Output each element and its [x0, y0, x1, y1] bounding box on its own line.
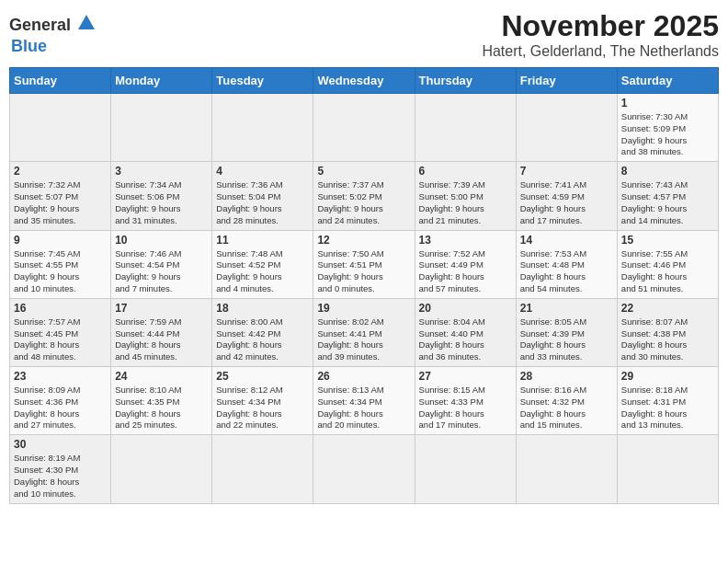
day-info: Sunrise: 8:19 AM Sunset: 4:30 PM Dayligh… — [14, 453, 107, 500]
calendar-header: SundayMondayTuesdayWednesdayThursdayFrid… — [10, 68, 719, 94]
svg-marker-0 — [78, 15, 95, 29]
calendar-day-cell: 22Sunrise: 8:07 AM Sunset: 4:38 PM Dayli… — [617, 298, 718, 366]
calendar-day-cell: 18Sunrise: 8:00 AM Sunset: 4:42 PM Dayli… — [212, 298, 313, 366]
calendar-day-cell: 16Sunrise: 7:57 AM Sunset: 4:45 PM Dayli… — [10, 298, 111, 366]
day-number: 30 — [14, 438, 107, 451]
weekday-header: Wednesday — [313, 68, 415, 94]
calendar-day-cell: 11Sunrise: 7:48 AM Sunset: 4:52 PM Dayli… — [212, 230, 313, 298]
day-number: 16 — [14, 302, 107, 315]
calendar-day-cell: 17Sunrise: 7:59 AM Sunset: 4:44 PM Dayli… — [111, 298, 212, 366]
calendar-week-row: 16Sunrise: 7:57 AM Sunset: 4:45 PM Dayli… — [10, 298, 719, 366]
day-number: 26 — [317, 370, 410, 383]
header: General Blue November 2025 Hatert, Gelde… — [9, 9, 719, 60]
day-info: Sunrise: 8:02 AM Sunset: 4:41 PM Dayligh… — [317, 316, 410, 363]
calendar-body: 1Sunrise: 7:30 AM Sunset: 5:09 PM Daylig… — [10, 94, 719, 504]
day-number: 13 — [419, 234, 512, 247]
day-info: Sunrise: 8:10 AM Sunset: 4:35 PM Dayligh… — [115, 385, 208, 431]
day-number: 19 — [317, 302, 410, 315]
day-number: 5 — [317, 165, 410, 178]
day-number: 29 — [621, 370, 714, 383]
day-number: 11 — [216, 234, 309, 247]
weekday-header: Monday — [111, 68, 212, 94]
calendar-day-cell — [111, 94, 212, 162]
calendar-day-cell — [212, 94, 313, 162]
day-number: 3 — [115, 165, 208, 178]
calendar-day-cell: 15Sunrise: 7:55 AM Sunset: 4:46 PM Dayli… — [617, 230, 718, 298]
day-number: 7 — [520, 165, 613, 178]
day-info: Sunrise: 8:18 AM Sunset: 4:31 PM Dayligh… — [621, 385, 714, 431]
day-info: Sunrise: 8:13 AM Sunset: 4:34 PM Dayligh… — [317, 385, 410, 431]
calendar-day-cell: 19Sunrise: 8:02 AM Sunset: 4:41 PM Dayli… — [313, 298, 415, 366]
day-number: 17 — [115, 302, 208, 315]
calendar-day-cell — [111, 435, 212, 503]
calendar-day-cell: 24Sunrise: 8:10 AM Sunset: 4:35 PM Dayli… — [111, 367, 212, 435]
day-info: Sunrise: 8:12 AM Sunset: 4:34 PM Dayligh… — [216, 385, 309, 431]
calendar-day-cell: 13Sunrise: 7:52 AM Sunset: 4:49 PM Dayli… — [415, 230, 516, 298]
day-number: 27 — [419, 370, 512, 383]
title-area: November 2025 Hatert, Gelderland, The Ne… — [482, 9, 719, 60]
day-info: Sunrise: 7:32 AM Sunset: 5:07 PM Dayligh… — [14, 179, 107, 226]
calendar-week-row: 1Sunrise: 7:30 AM Sunset: 5:09 PM Daylig… — [10, 94, 719, 162]
calendar-day-cell — [313, 94, 415, 162]
calendar-day-cell: 30Sunrise: 8:19 AM Sunset: 4:30 PM Dayli… — [10, 435, 111, 503]
day-info: Sunrise: 8:07 AM Sunset: 4:38 PM Dayligh… — [621, 316, 714, 363]
weekday-header: Tuesday — [212, 68, 313, 94]
calendar-day-cell: 21Sunrise: 8:05 AM Sunset: 4:39 PM Dayli… — [516, 298, 617, 366]
calendar-day-cell: 2Sunrise: 7:32 AM Sunset: 5:07 PM Daylig… — [10, 162, 111, 230]
day-info: Sunrise: 8:05 AM Sunset: 4:39 PM Dayligh… — [520, 316, 613, 363]
calendar-day-cell: 12Sunrise: 7:50 AM Sunset: 4:51 PM Dayli… — [313, 230, 415, 298]
weekday-row: SundayMondayTuesdayWednesdayThursdayFrid… — [10, 68, 719, 94]
calendar-day-cell — [10, 94, 111, 162]
calendar-day-cell — [516, 435, 617, 503]
calendar-day-cell — [516, 94, 617, 162]
calendar-day-cell: 29Sunrise: 8:18 AM Sunset: 4:31 PM Dayli… — [617, 367, 718, 435]
calendar-day-cell — [617, 435, 718, 503]
calendar-day-cell: 20Sunrise: 8:04 AM Sunset: 4:40 PM Dayli… — [415, 298, 516, 366]
day-number: 8 — [621, 165, 714, 178]
day-number: 21 — [520, 302, 613, 315]
calendar-day-cell: 10Sunrise: 7:46 AM Sunset: 4:54 PM Dayli… — [111, 230, 212, 298]
day-number: 14 — [520, 234, 613, 247]
day-info: Sunrise: 7:30 AM Sunset: 5:09 PM Dayligh… — [621, 111, 714, 158]
calendar-day-cell: 4Sunrise: 7:36 AM Sunset: 5:04 PM Daylig… — [212, 162, 313, 230]
calendar-week-row: 30Sunrise: 8:19 AM Sunset: 4:30 PM Dayli… — [10, 435, 719, 503]
calendar-day-cell — [415, 435, 516, 503]
logo-blue: Blue — [11, 37, 47, 56]
day-number: 23 — [14, 370, 107, 383]
day-info: Sunrise: 8:16 AM Sunset: 4:32 PM Dayligh… — [520, 385, 613, 431]
calendar-day-cell: 8Sunrise: 7:43 AM Sunset: 4:57 PM Daylig… — [617, 162, 718, 230]
day-info: Sunrise: 7:39 AM Sunset: 5:00 PM Dayligh… — [419, 179, 512, 226]
weekday-header: Friday — [516, 68, 617, 94]
day-info: Sunrise: 8:04 AM Sunset: 4:40 PM Dayligh… — [419, 316, 512, 363]
calendar-day-cell — [212, 435, 313, 503]
day-info: Sunrise: 7:46 AM Sunset: 4:54 PM Dayligh… — [115, 248, 208, 295]
day-number: 12 — [317, 234, 410, 247]
day-info: Sunrise: 8:15 AM Sunset: 4:33 PM Dayligh… — [419, 385, 512, 431]
calendar-week-row: 2Sunrise: 7:32 AM Sunset: 5:07 PM Daylig… — [10, 162, 719, 230]
day-info: Sunrise: 7:55 AM Sunset: 4:46 PM Dayligh… — [621, 248, 714, 295]
day-number: 20 — [419, 302, 512, 315]
calendar-week-row: 23Sunrise: 8:09 AM Sunset: 4:36 PM Dayli… — [10, 367, 719, 435]
calendar-day-cell: 23Sunrise: 8:09 AM Sunset: 4:36 PM Dayli… — [10, 367, 111, 435]
day-info: Sunrise: 7:34 AM Sunset: 5:06 PM Dayligh… — [115, 179, 208, 226]
calendar-table: SundayMondayTuesdayWednesdayThursdayFrid… — [9, 67, 719, 504]
calendar-day-cell: 7Sunrise: 7:41 AM Sunset: 4:59 PM Daylig… — [516, 162, 617, 230]
day-info: Sunrise: 7:37 AM Sunset: 5:02 PM Dayligh… — [317, 179, 410, 226]
day-info: Sunrise: 7:50 AM Sunset: 4:51 PM Dayligh… — [317, 248, 410, 295]
logo-triangle-icon — [76, 13, 97, 33]
day-number: 25 — [216, 370, 309, 383]
calendar-day-cell — [313, 435, 415, 503]
weekday-header: Sunday — [10, 68, 111, 94]
logo: General Blue — [9, 9, 97, 56]
calendar-day-cell — [415, 94, 516, 162]
calendar-day-cell: 27Sunrise: 8:15 AM Sunset: 4:33 PM Dayli… — [415, 367, 516, 435]
day-info: Sunrise: 7:45 AM Sunset: 4:55 PM Dayligh… — [14, 248, 107, 295]
day-number: 4 — [216, 165, 309, 178]
logo-general: General — [9, 16, 71, 35]
day-number: 22 — [621, 302, 714, 315]
day-info: Sunrise: 7:59 AM Sunset: 4:44 PM Dayligh… — [115, 316, 208, 363]
day-info: Sunrise: 7:53 AM Sunset: 4:48 PM Dayligh… — [520, 248, 613, 295]
day-number: 18 — [216, 302, 309, 315]
day-number: 6 — [419, 165, 512, 178]
calendar-day-cell: 1Sunrise: 7:30 AM Sunset: 5:09 PM Daylig… — [617, 94, 718, 162]
